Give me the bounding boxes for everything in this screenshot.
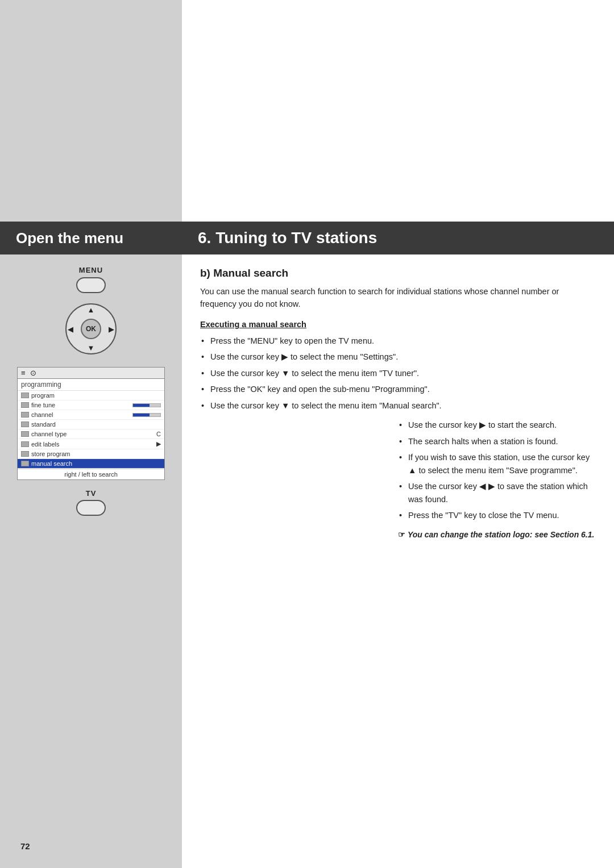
left-col [200, 419, 398, 540]
header-bar: Open the menu 6. Tuning to TV stations [0, 222, 614, 254]
intro-text: You can use the manual search function t… [200, 285, 596, 311]
menu-item-label-standard: standard [31, 421, 56, 428]
bullet-item-3: Press the "OK" key and open the sub-menu… [200, 383, 596, 395]
header-left: Open the menu [0, 222, 182, 254]
menu-item-value-channel-type: C [156, 431, 161, 437]
tv-label: TV [86, 489, 97, 498]
menu-item-icon-fine-tune [21, 402, 29, 408]
dpad-area: ▲ ▼ ◀ ▶ OK [10, 303, 172, 354]
right-bullets: Use the cursor key ▶ to start the search… [398, 419, 596, 521]
dpad-down-icon[interactable]: ▼ [88, 344, 95, 352]
menu-item-channel-type[interactable]: channel typeC [18, 429, 164, 439]
tv-button-group: TV [10, 489, 172, 516]
bullet-item-0: Press the "MENU" key to open the TV menu… [200, 335, 596, 347]
menu-button[interactable] [76, 277, 106, 293]
menu-title-bar: ≡ ⊙ [18, 368, 164, 379]
menu-item-label-fine-tune: fine tune [31, 402, 55, 408]
right-bullet-item-4: Press the "TV" key to close the TV menu. [398, 509, 596, 521]
right-bullet-item-0: Use the cursor key ▶ to start the search… [398, 419, 596, 431]
bullet-item-4: Use the cursor key ▼ to select the menu … [200, 399, 596, 412]
menu-label: MENU [79, 266, 103, 274]
menu-icon-circle: ⊙ [30, 369, 36, 377]
menu-icon-bars: ≡ [21, 369, 26, 377]
menu-item-store-program[interactable]: store program [18, 449, 164, 459]
menu-item-label-edit-labels: edit labels [31, 441, 60, 448]
onscreen-menu: ≡ ⊙ programming programfine tunechannels… [17, 367, 165, 480]
menu-footer: right / left to search [18, 469, 164, 479]
right-col: Use the cursor key ▶ to start the search… [398, 419, 596, 540]
menu-item-standard[interactable]: standard [18, 420, 164, 429]
menu-item-icon-edit-labels [21, 441, 29, 447]
menu-item-icon-standard [21, 422, 29, 427]
menu-item-icon-channel-type [21, 431, 29, 437]
italic-note: You can change the station logo: see Sec… [398, 529, 596, 541]
menu-item-program[interactable]: program [18, 391, 164, 400]
menu-button-group: MENU [10, 266, 172, 293]
menu-item-label-channel: channel [31, 411, 53, 418]
dpad-up-icon[interactable]: ▲ [88, 306, 95, 314]
menu-item-icon-store-program [21, 451, 29, 457]
menu-item-label-store-program: store program [31, 450, 70, 457]
main-bullets: Press the "MENU" key to open the TV menu… [200, 335, 596, 412]
tv-button[interactable] [76, 500, 106, 516]
dpad-right-icon[interactable]: ▶ [109, 325, 114, 333]
bullet-item-1: Use the cursor key ▶ to select the menu … [200, 350, 596, 363]
menu-item-value-edit-labels: ▶ [156, 440, 161, 448]
left-controls: MENU ▲ ▼ ◀ ▶ OK ≡ ⊙ programming programf… [0, 254, 182, 527]
subsection-title: Executing a manual search [200, 320, 596, 329]
right-bullet-item-1: The search halts when a station is found… [398, 435, 596, 448]
split-area: Use the cursor key ▶ to start the search… [200, 419, 596, 540]
header-right: 6. Tuning to TV stations [182, 222, 614, 254]
dpad-ok-button[interactable]: OK [81, 319, 101, 339]
header-right-title: 6. Tuning to TV stations [198, 229, 377, 247]
menu-item-icon-program [21, 393, 29, 398]
menu-item-icon-channel [21, 412, 29, 418]
menu-items-list: programfine tunechannelstandardchannel t… [18, 391, 164, 469]
menu-item-label-channel-type: channel type [31, 431, 67, 437]
menu-bar-fine-tune [132, 403, 161, 407]
main-content: b) Manual search You can use the manual … [182, 254, 614, 559]
menu-item-icon-manual-search [21, 461, 29, 466]
menu-item-manual-search[interactable]: manual search [18, 459, 164, 469]
menu-item-channel[interactable]: channel [18, 410, 164, 420]
right-bullet-item-3: Use the cursor key ◀ ▶ to save the stati… [398, 480, 596, 506]
menu-bar-channel [132, 413, 161, 417]
right-bullet-item-2: If you wish to save this station, use th… [398, 451, 596, 477]
bullet-item-2: Use the cursor key ▼ to select the menu … [200, 367, 596, 379]
dpad-left-icon[interactable]: ◀ [68, 325, 73, 333]
menu-item-fine-tune[interactable]: fine tune [18, 400, 164, 410]
section-title: b) Manual search [200, 267, 596, 279]
menu-section-label: programming [18, 379, 164, 391]
dpad: ▲ ▼ ◀ ▶ OK [65, 303, 117, 354]
header-left-title: Open the menu [16, 229, 123, 247]
menu-item-label-manual-search: manual search [31, 460, 72, 467]
italic-note-text: You can change the station logo: see Sec… [408, 530, 595, 539]
page-number: 72 [20, 841, 30, 851]
menu-item-label-program: program [31, 392, 55, 399]
menu-item-edit-labels[interactable]: edit labels▶ [18, 439, 164, 449]
